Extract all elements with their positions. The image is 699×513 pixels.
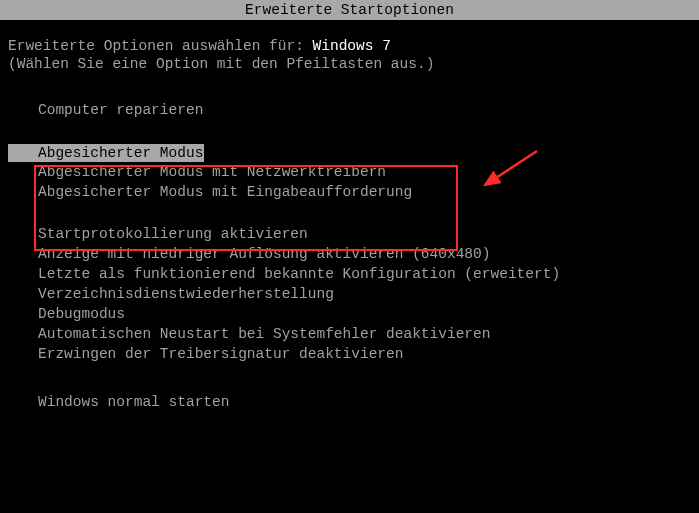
option-directory-services-restore[interactable]: Verzeichnisdienstwiederherstellung (38, 284, 691, 304)
group-advanced: Startprotokollierung aktivieren Anzeige … (38, 224, 691, 364)
title-text: Erweiterte Startoptionen (245, 2, 454, 18)
group-normal: Windows normal starten (38, 392, 691, 412)
title-bar: Erweiterte Startoptionen (0, 0, 699, 20)
os-name: Windows 7 (313, 38, 391, 54)
intro-line: Erweiterte Optionen auswählen für: Windo… (8, 38, 691, 54)
group-safe-modes: Abgesicherter Modus Abgesicherter Modus … (38, 144, 691, 202)
option-safe-mode-label: Abgesicherter Modus (38, 144, 204, 162)
intro-prefix: Erweiterte Optionen auswählen für: (8, 38, 304, 54)
option-last-known-good[interactable]: Letzte als funktionierend bekannte Konfi… (38, 264, 691, 284)
option-safe-mode[interactable]: Abgesicherter Modus (8, 144, 691, 162)
selection-caret (8, 144, 38, 162)
option-repair-computer[interactable]: Computer reparieren (38, 100, 691, 120)
option-disable-driver-signature[interactable]: Erzwingen der Treibersignatur deaktivier… (38, 344, 691, 364)
option-low-res-video[interactable]: Anzeige mit niedriger Auflösung aktivier… (38, 244, 691, 264)
option-start-windows-normally[interactable]: Windows normal starten (38, 392, 691, 412)
option-disable-auto-restart[interactable]: Automatischen Neustart bei Systemfehler … (38, 324, 691, 344)
option-enable-boot-logging[interactable]: Startprotokollierung aktivieren (38, 224, 691, 244)
intro-hint: (Wählen Sie eine Option mit den Pfeiltas… (8, 56, 691, 72)
group-repair: Computer reparieren (38, 100, 691, 120)
option-debugging-mode[interactable]: Debugmodus (38, 304, 691, 324)
option-safe-mode-networking[interactable]: Abgesicherter Modus mit Netzwerktreibern (38, 162, 691, 182)
option-safe-mode-command-prompt[interactable]: Abgesicherter Modus mit Eingabeaufforder… (38, 182, 691, 202)
content-area: Erweiterte Optionen auswählen für: Windo… (0, 20, 699, 412)
